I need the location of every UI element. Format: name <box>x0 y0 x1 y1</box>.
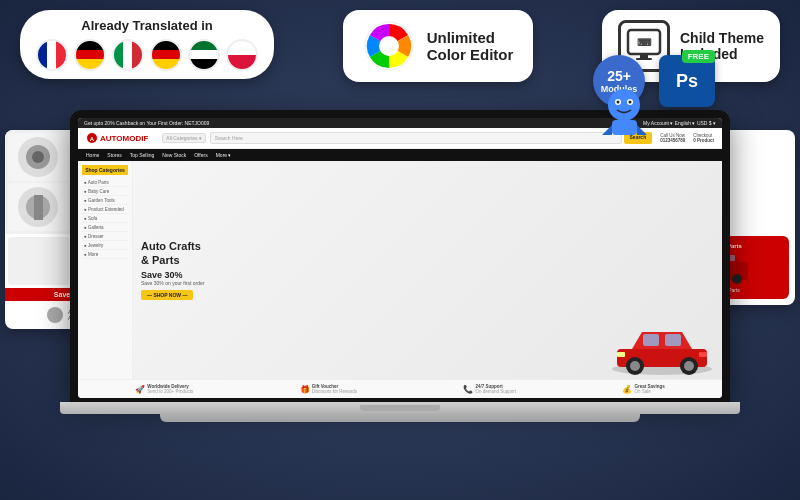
flag-uae <box>188 39 220 71</box>
site-nav[interactable]: Home Stores Top Selling New Stock Offers… <box>78 149 722 161</box>
translated-title: Already Translated in <box>81 18 213 33</box>
footer-savings: 💰 Great SavingsOn Sale <box>622 384 664 394</box>
nav-offers[interactable]: Offers <box>194 152 208 158</box>
hero-car <box>602 299 722 379</box>
flag-france <box>36 39 68 71</box>
color-editor-text: Unlimited Color Editor <box>427 29 514 63</box>
sidebar-garden-tools[interactable]: ● Garden Tools <box>82 196 128 205</box>
svg-rect-3 <box>640 54 648 58</box>
ps-label: Ps <box>676 71 698 92</box>
footer-delivery: 🚀 Worldwide DeliverySend to 200+ Product… <box>135 384 193 394</box>
footer-voucher: 🎁 Gift VoucherDiscounts for Rewards <box>300 384 357 394</box>
svg-rect-16 <box>643 334 659 346</box>
laptop-container: Get upto 20% Cashback on Your First Orde… <box>40 110 760 422</box>
hero-text: Auto Crafts & Parts Save 30% Save 30% on… <box>141 240 204 299</box>
sidebar-dresser[interactable]: ● Dresser <box>82 232 128 241</box>
sidebar-galleria[interactable]: ● Galleria <box>82 223 128 232</box>
topbar-account: My Account ▾ English ▾ USD $ ▾ <box>643 120 716 126</box>
hero-save: Save 30% <box>141 270 204 280</box>
delivery-icon: 🚀 <box>135 385 145 394</box>
laptop-stand <box>160 414 640 422</box>
nav-more[interactable]: More ▾ <box>216 152 232 158</box>
voucher-icon: 🎁 <box>300 385 310 394</box>
nav-home[interactable]: Home <box>86 152 99 158</box>
hero-title-line2: & Parts <box>141 254 204 267</box>
svg-rect-17 <box>665 334 681 346</box>
svg-rect-22 <box>617 352 625 357</box>
sidebar-auto-parts[interactable]: ● Auto Parts <box>82 178 128 187</box>
savings-icon: 💰 <box>622 385 632 394</box>
site-search-bar[interactable]: Search Here Search <box>210 132 652 144</box>
svg-point-10 <box>629 101 632 104</box>
color-editor-badge: Unlimited Color Editor <box>343 10 534 82</box>
svg-rect-4 <box>636 58 652 60</box>
sidebar-baby-care[interactable]: ● Baby Care <box>82 187 128 196</box>
svg-rect-11 <box>612 120 637 135</box>
translated-badge: Already Translated in <box>20 10 274 79</box>
site-logo: A AUTOMODIF <box>86 132 148 144</box>
flag-germany <box>74 39 106 71</box>
svg-point-9 <box>617 101 620 104</box>
sidebar-jewelry[interactable]: ● Jewelry <box>82 241 128 250</box>
svg-point-21 <box>684 361 694 371</box>
modules-count: 25+ <box>607 68 631 84</box>
site-body: Shop Categories ● Auto Parts ● Baby Care… <box>78 161 722 379</box>
svg-rect-23 <box>699 352 707 357</box>
nav-stores[interactable]: Stores <box>107 152 121 158</box>
flags-container <box>36 39 258 71</box>
site-footer-bar: 🚀 Worldwide DeliverySend to 200+ Product… <box>78 379 722 398</box>
car-svg <box>607 314 717 379</box>
laptop-notch <box>360 405 440 411</box>
svg-point-6 <box>608 89 640 121</box>
hero-cta-button[interactable]: — SHOP NOW — <box>141 290 193 300</box>
hero-title-line1: Auto Crafts <box>141 240 204 253</box>
screen-inner: Get upto 20% Cashback on Your First Orde… <box>78 118 722 398</box>
topbar-promo: Get upto 20% Cashback on Your First Orde… <box>84 120 209 126</box>
sidebar-sofa[interactable]: ● Sofa <box>82 214 128 223</box>
website-preview: Get upto 20% Cashback on Your First Orde… <box>78 118 722 398</box>
checkout-info: Checkout0 Product <box>693 133 714 143</box>
nav-new-stock[interactable]: New Stock <box>162 152 186 158</box>
site-sidebar: Shop Categories ● Auto Parts ● Baby Care… <box>78 161 133 379</box>
sidebar-product-extended[interactable]: ● Product Extended <box>82 205 128 214</box>
svg-text:⌨: ⌨ <box>637 37 652 48</box>
sidebar-header: Shop Categories <box>82 165 128 175</box>
footer-support: 📞 24/7 SupportOn demand Support <box>463 384 516 394</box>
mascot-character <box>597 85 652 140</box>
site-main-hero: Auto Crafts & Parts Save 30% Save 30% on… <box>133 161 722 379</box>
ps-free-label: FREE <box>682 50 715 63</box>
search-input-preview: Search Here <box>210 132 622 144</box>
flag-germany2 <box>150 39 182 71</box>
hero-save-sub: Save 30% on your first order <box>141 280 204 286</box>
mascot-svg <box>597 85 652 140</box>
laptop-screen: Get upto 20% Cashback on Your First Orde… <box>70 110 730 402</box>
svg-text:A: A <box>90 136 95 142</box>
support-icon: 📞 <box>463 385 473 394</box>
flag-italy <box>112 39 144 71</box>
phone-info: Call Us Now0123456789 <box>660 133 685 143</box>
flag-poland <box>226 39 258 71</box>
svg-point-19 <box>630 361 640 371</box>
hero-banner: Auto Crafts & Parts Save 30% Save 30% on… <box>133 161 722 379</box>
color-wheel-icon <box>363 20 415 72</box>
nav-top-selling[interactable]: Top Selling <box>130 152 154 158</box>
sidebar-more[interactable]: ● More <box>82 250 128 259</box>
svg-point-1 <box>379 36 399 56</box>
laptop-base <box>60 402 740 414</box>
main-content-area: Get upto 20% Cashback on Your First Orde… <box>40 110 760 422</box>
